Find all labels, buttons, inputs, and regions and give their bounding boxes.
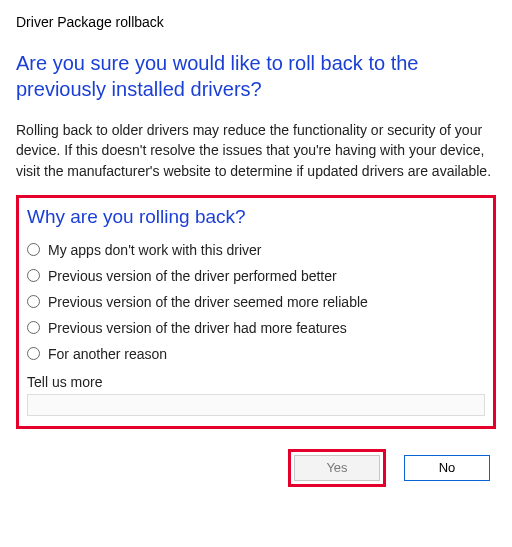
reason-option[interactable]: Previous version of the driver performed… xyxy=(27,268,485,284)
reason-option[interactable]: My apps don't work with this driver xyxy=(27,242,485,258)
radio-icon[interactable] xyxy=(27,243,40,256)
no-button[interactable]: No xyxy=(404,455,490,481)
tellmore-label: Tell us more xyxy=(27,374,485,390)
reason-option[interactable]: Previous version of the driver seemed mo… xyxy=(27,294,485,310)
radio-icon[interactable] xyxy=(27,347,40,360)
reason-section-highlight: Why are you rolling back? My apps don't … xyxy=(16,195,496,429)
radio-icon[interactable] xyxy=(27,295,40,308)
window-title: Driver Package rollback xyxy=(16,10,496,30)
reason-label: For another reason xyxy=(48,346,167,362)
dialog-buttons: Yes No xyxy=(16,449,496,495)
reason-option[interactable]: Previous version of the driver had more … xyxy=(27,320,485,336)
radio-icon[interactable] xyxy=(27,269,40,282)
headline: Are you sure you would like to roll back… xyxy=(16,50,496,102)
reason-option[interactable]: For another reason xyxy=(27,346,485,362)
reason-subhead: Why are you rolling back? xyxy=(27,206,485,228)
reason-label: My apps don't work with this driver xyxy=(48,242,262,258)
reason-label: Previous version of the driver had more … xyxy=(48,320,347,336)
radio-icon[interactable] xyxy=(27,321,40,334)
yes-button[interactable]: Yes xyxy=(294,455,380,481)
reason-label: Previous version of the driver performed… xyxy=(48,268,337,284)
warning-text: Rolling back to older drivers may reduce… xyxy=(16,120,496,181)
tellmore-input[interactable] xyxy=(27,394,485,416)
no-button-wrap: No xyxy=(398,449,496,487)
reason-label: Previous version of the driver seemed mo… xyxy=(48,294,368,310)
yes-button-highlight: Yes xyxy=(288,449,386,487)
